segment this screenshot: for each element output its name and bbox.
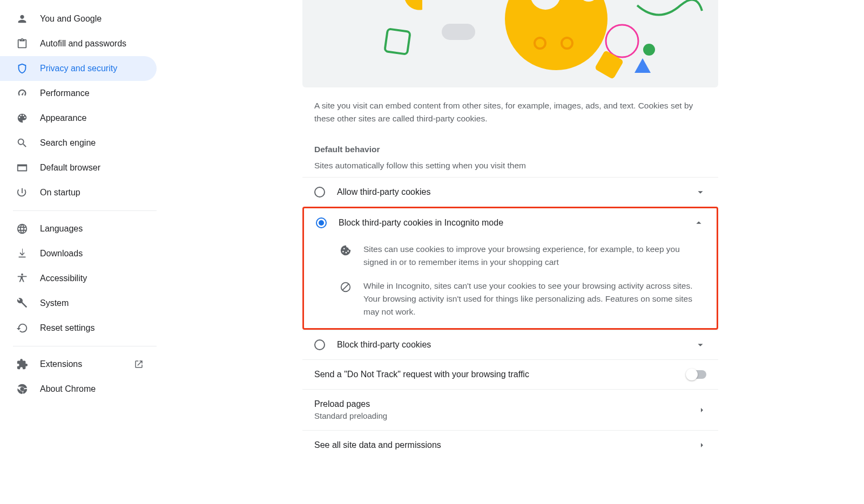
- option-block-third-party[interactable]: Block third-party cookies: [302, 330, 718, 359]
- sidebar-item-languages[interactable]: Languages: [0, 216, 157, 241]
- hero-illustration: [302, 0, 718, 87]
- reset-icon: [16, 322, 28, 334]
- speedometer-icon: [16, 87, 28, 99]
- palette-icon: [16, 112, 28, 124]
- detail-row: While in Incognito, sites can't use your…: [304, 274, 717, 328]
- svg-rect-6: [384, 29, 410, 54]
- default-behavior-subtitle: Sites automatically follow this setting …: [302, 154, 718, 177]
- option-block-incognito[interactable]: Block third-party cookies in Incognito m…: [304, 208, 717, 237]
- toggle-off[interactable]: [687, 370, 706, 379]
- cookie-icon: [340, 244, 352, 256]
- extension-icon: [16, 358, 28, 370]
- sidebar-divider: [13, 346, 157, 346]
- sidebar-item-label: Search engine: [40, 138, 96, 148]
- option-label: Block third-party cookies in Incognito m…: [339, 218, 693, 228]
- settings-sidebar: You and Google Autofill and passwords Pr…: [0, 0, 157, 504]
- chevron-down-icon[interactable]: [694, 186, 706, 198]
- radio-checked-icon[interactable]: [316, 217, 327, 228]
- sidebar-item-autofill[interactable]: Autofill and passwords: [0, 31, 157, 56]
- svg-point-0: [505, 0, 608, 70]
- sidebar-item-label: On startup: [40, 188, 80, 197]
- sidebar-item-accessibility[interactable]: Accessibility: [0, 266, 157, 291]
- block-icon: [340, 281, 352, 293]
- setting-see-all-site-data[interactable]: See all site data and permissions: [302, 430, 718, 460]
- sidebar-item-label: Languages: [40, 224, 83, 234]
- sidebar-item-label: Privacy and security: [40, 64, 117, 73]
- option-allow-third-party[interactable]: Allow third-party cookies: [302, 177, 718, 207]
- sidebar-divider: [13, 210, 157, 211]
- sidebar-item-default-browser[interactable]: Default browser: [0, 155, 157, 180]
- sidebar-item-label: Extensions: [40, 359, 82, 369]
- setting-label: Preload pages: [314, 399, 698, 409]
- setting-label: See all site data and permissions: [314, 440, 698, 450]
- chevron-down-icon[interactable]: [694, 339, 706, 351]
- person-icon: [16, 13, 28, 25]
- download-icon: [16, 248, 28, 260]
- chrome-icon: [16, 383, 28, 395]
- sidebar-item-on-startup[interactable]: On startup: [0, 180, 157, 205]
- radio-unchecked-icon[interactable]: [314, 339, 325, 350]
- wrench-icon: [16, 297, 28, 309]
- settings-main: A site you visit can embed content from …: [157, 0, 864, 504]
- sidebar-item-you-and-google[interactable]: You and Google: [0, 6, 157, 31]
- sidebar-item-about-chrome[interactable]: About Chrome: [0, 377, 157, 401]
- sidebar-item-label: Default browser: [40, 163, 100, 173]
- setting-sublabel: Standard preloading: [314, 411, 698, 420]
- open-in-new-icon: [134, 359, 144, 369]
- svg-rect-5: [442, 24, 475, 40]
- sidebar-item-extensions[interactable]: Extensions: [0, 352, 157, 377]
- clipboard-icon: [16, 38, 28, 50]
- svg-point-8: [643, 44, 655, 56]
- sidebar-item-label: You and Google: [40, 14, 102, 24]
- chevron-right-icon: [698, 441, 706, 449]
- sidebar-item-label: Accessibility: [40, 274, 87, 283]
- chevron-right-icon: [698, 406, 706, 414]
- setting-do-not-track[interactable]: Send a "Do Not Track" request with your …: [302, 359, 718, 389]
- globe-icon: [16, 223, 28, 235]
- sidebar-item-label: Downloads: [40, 249, 83, 258]
- sidebar-item-label: About Chrome: [40, 384, 96, 394]
- sidebar-item-label: Performance: [40, 88, 90, 98]
- detail-text: Sites can use cookies to improve your br…: [363, 243, 705, 269]
- shield-icon: [16, 63, 28, 74]
- sidebar-item-system[interactable]: System: [0, 291, 157, 316]
- sidebar-item-reset[interactable]: Reset settings: [0, 316, 157, 340]
- svg-point-7: [606, 25, 638, 57]
- sidebar-item-label: Reset settings: [40, 323, 94, 333]
- sidebar-item-privacy-security[interactable]: Privacy and security: [0, 56, 157, 81]
- search-icon: [16, 137, 28, 149]
- sidebar-item-performance[interactable]: Performance: [0, 81, 157, 106]
- sidebar-item-label: System: [40, 298, 69, 308]
- setting-preload-pages[interactable]: Preload pages Standard preloading: [302, 389, 718, 430]
- power-icon: [16, 187, 28, 199]
- sidebar-item-label: Autofill and passwords: [40, 39, 126, 49]
- intro-text: A site you visit can embed content from …: [302, 87, 718, 125]
- highlighted-option-box: Block third-party cookies in Incognito m…: [302, 207, 718, 330]
- sidebar-item-appearance[interactable]: Appearance: [0, 106, 157, 131]
- option-label: Allow third-party cookies: [337, 187, 694, 197]
- sidebar-item-label: Appearance: [40, 113, 86, 123]
- setting-label: Send a "Do Not Track" request with your …: [314, 370, 687, 379]
- accessibility-icon: [16, 273, 28, 284]
- sidebar-item-downloads[interactable]: Downloads: [0, 241, 157, 266]
- detail-text: While in Incognito, sites can't use your…: [363, 280, 705, 318]
- option-label: Block third-party cookies: [337, 340, 694, 350]
- default-behavior-title: Default behavior: [302, 125, 718, 154]
- browser-icon: [16, 162, 28, 174]
- chevron-up-icon[interactable]: [693, 217, 705, 229]
- svg-rect-9: [595, 50, 624, 80]
- detail-row: Sites can use cookies to improve your br…: [304, 237, 717, 274]
- sidebar-item-search-engine[interactable]: Search engine: [0, 131, 157, 155]
- radio-unchecked-icon[interactable]: [314, 187, 325, 197]
